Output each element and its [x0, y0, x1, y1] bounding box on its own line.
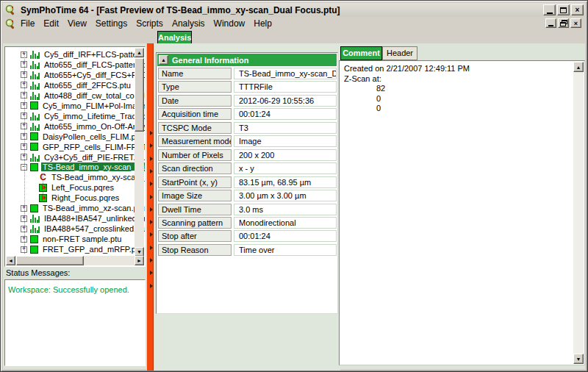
tab-comment[interactable]: Comment — [340, 46, 382, 60]
scroll-down-icon[interactable]: ▼ — [573, 354, 584, 364]
tree-item-label[interactable]: Cy5_immo_Lifetime_Trace.ptu — [43, 112, 146, 121]
tree-item-label[interactable]: Right_Focus.pqres — [50, 193, 121, 202]
info-row: Number of Pixels200 x 200 — [157, 149, 337, 162]
tree-item[interactable]: +DaisyPollen_cells_FLIM.ptu — [7, 132, 144, 142]
measurement-file-icon — [30, 204, 38, 212]
menu-help[interactable]: Help — [249, 18, 276, 29]
histogram-icon — [30, 224, 40, 233]
tree-item-label[interactable]: DaisyPollen_cells_FLIM.ptu — [41, 132, 144, 141]
scroll-up-icon[interactable]: ▲ — [135, 48, 144, 57]
comment-content[interactable]: Created on 2/21/2007 12:49:11 PMZ-Scan a… — [339, 60, 585, 365]
measurement-file-icon — [30, 143, 38, 151]
info-row: TCSPC ModeT3 — [157, 122, 337, 135]
menu-settings[interactable]: Settings — [91, 18, 132, 29]
tree-item[interactable]: Left_Focus.pqres — [7, 182, 115, 193]
tree-item-label[interactable]: Atto655_diff_FLCS-pattern.pt — [43, 60, 146, 69]
general-info-container: ▲ General Information NameTS-Bead_immo_x… — [156, 52, 338, 314]
measurement-file-icon — [30, 101, 38, 110]
scrollbar-thumb[interactable] — [135, 58, 144, 132]
tree-item-label[interactable]: GFP_RFP_cells_FLIM-FRET.pt — [41, 143, 146, 151]
info-row: Dwell Time3.0 ms — [157, 204, 337, 217]
tree-vertical-scrollbar[interactable]: ▲ ▼ — [135, 48, 144, 257]
histogram-icon — [30, 153, 40, 162]
splitter-arrow-icon — [150, 271, 153, 275]
info-row-label: Stop after — [158, 230, 232, 242]
tree-item[interactable]: −TS-Bead_immo_xy-scan_Dua — [7, 162, 146, 172]
info-row-value: Time over — [234, 244, 337, 256]
tree-item-label[interactable]: Atto655_immo_On-Off-Analys — [43, 122, 146, 131]
tree-item[interactable]: +Atto655_diff_FLCS-pattern.pt — [7, 60, 146, 70]
tree-item[interactable]: +Atto655+Cy5_diff_FCS+FLCS — [7, 70, 146, 80]
tree-item[interactable]: +Cy5_diff_IRF+FLCS-pattern.pt — [7, 49, 146, 60]
tab-analysis[interactable]: Analysis — [157, 31, 192, 44]
splitter-arrow-icon — [150, 220, 153, 224]
maximize-button[interactable] — [557, 4, 570, 15]
tree-item-label[interactable]: Atto488_diff_cw_total_correl — [43, 91, 146, 100]
comment-panel: Comment Header Created on 2/21/2007 12:4… — [338, 43, 587, 371]
tree-horizontal-scrollbar[interactable]: ◄ ► — [6, 256, 144, 265]
info-row-label: Dwell Time — [158, 204, 232, 215]
tree-item-label[interactable]: Atto655+Cy5_diff_FCS+FLCS — [43, 71, 146, 79]
scrollbar-thumb[interactable] — [16, 256, 84, 265]
info-row-value: x - y — [234, 162, 337, 174]
tree-item-label[interactable]: TS-Bead_immo_xy-scan_ — [50, 173, 146, 182]
menu-window[interactable]: Window — [209, 18, 250, 29]
collapse-icon[interactable]: ▲ — [159, 55, 168, 65]
close-button[interactable]: × — [571, 4, 584, 15]
histogram-icon — [30, 214, 40, 223]
menu-edit[interactable]: Edit — [39, 18, 63, 29]
info-row: Scan directionx - y — [157, 162, 337, 176]
tree-item[interactable]: +GFP_RFP_cells_FLIM-FRET.pt — [7, 142, 146, 152]
tree-item[interactable]: +IBA488+547_crosslinked.ptu — [7, 223, 146, 234]
tree-item[interactable]: +Atto488_diff_cw_total_correl — [7, 90, 146, 101]
info-row-value: 200 x 200 — [234, 149, 337, 161]
tree-item[interactable]: +Cy5_immo_FLIM+Pol-Imaging.p — [7, 101, 146, 111]
tree-item-label[interactable]: TS-Bead_immo_xy-scan_Dua — [41, 162, 146, 171]
info-row: StartPoint (x, y)83.15 µm, 68.95 µm — [157, 176, 337, 190]
tree-item[interactable]: +FRET_GFP_and_mRFP.ptu — [7, 244, 144, 254]
splitter-arrow-icon — [150, 182, 153, 186]
workspace-tree[interactable]: +Cy5_diff_IRF+FLCS-pattern.pt+Atto655_di… — [4, 46, 146, 267]
info-row: Image Size3.00 µm x 3.00 µm — [157, 190, 337, 203]
info-row-label: Measurement mode — [158, 135, 232, 147]
tab-header[interactable]: Header — [382, 46, 417, 60]
tree-item-label[interactable]: TS-Bead_immo_xz-scan.ptu — [41, 204, 146, 212]
mdi-close-button[interactable]: × — [570, 18, 581, 28]
mdi-minimize-button[interactable] — [545, 18, 556, 28]
tree-item-label[interactable]: non-FRET sample.ptu — [41, 235, 123, 243]
menu-view[interactable]: View — [63, 18, 91, 29]
tree-item[interactable]: +Cy5_immo_Lifetime_Trace.ptu — [7, 111, 146, 121]
tree-item-label[interactable]: Cy5_diff_IRF+FLCS-pattern.pt — [43, 50, 146, 59]
histogram-icon — [30, 50, 40, 59]
tree-item[interactable]: CTS-Bead_immo_xy-scan_ — [7, 172, 146, 182]
menu-file[interactable]: File — [16, 18, 39, 29]
info-row-value: TTTRFile — [234, 81, 337, 93]
tree-item-label[interactable]: IBA488+IBA547_unlinked_mix — [43, 214, 146, 223]
tree-connector-line — [24, 54, 25, 254]
tree-item-label[interactable]: FRET_GFP_and_mRFP.ptu — [41, 245, 144, 254]
tree-item[interactable]: +Atto655_immo_On-Off-Analys — [7, 121, 146, 132]
comment-vertical-scrollbar[interactable]: ▲ ▼ — [573, 62, 584, 364]
menu-scripts[interactable]: Scripts — [132, 18, 168, 29]
tree-item[interactable]: +IBA488+IBA547_unlinked_mix — [7, 213, 146, 223]
tree-item-label[interactable]: IBA488+547_crosslinked.ptu — [43, 224, 146, 233]
tree-item-label[interactable]: Atto655_diff_2FFCS.ptu — [43, 81, 132, 90]
scroll-left-icon[interactable]: ◄ — [6, 256, 15, 265]
tree-item[interactable]: +TS-Bead_immo_xz-scan.ptu — [7, 203, 146, 213]
info-row: Stop after00:01:24 — [157, 230, 337, 243]
tree-item[interactable]: +Atto655_diff_2FFCS.ptu — [7, 80, 132, 90]
mdi-restore-button[interactable] — [558, 18, 569, 28]
info-row-label: Scan direction — [158, 162, 232, 174]
tree-item[interactable]: +Cy3+Cy5_diff_PIE-FRET.ptu — [7, 152, 146, 162]
minimize-button[interactable] — [543, 4, 556, 15]
info-row-value: 83.15 µm, 68.95 µm — [234, 176, 337, 188]
tree-item-label[interactable]: Cy5_immo_FLIM+Pol-Imaging.p — [41, 101, 146, 110]
panel-splitter[interactable] — [146, 43, 154, 371]
tree-item-label[interactable]: Cy3+Cy5_diff_PIE-FRET.ptu — [43, 153, 146, 162]
menu-analysis[interactable]: Analysis — [168, 18, 209, 29]
tree-item-label[interactable]: Left_Focus.pqres — [50, 183, 115, 192]
scroll-right-icon[interactable]: ► — [135, 256, 144, 265]
splitter-arrow-icon — [150, 131, 153, 135]
scroll-up-icon[interactable]: ▲ — [573, 62, 584, 72]
histogram-icon — [30, 112, 40, 121]
